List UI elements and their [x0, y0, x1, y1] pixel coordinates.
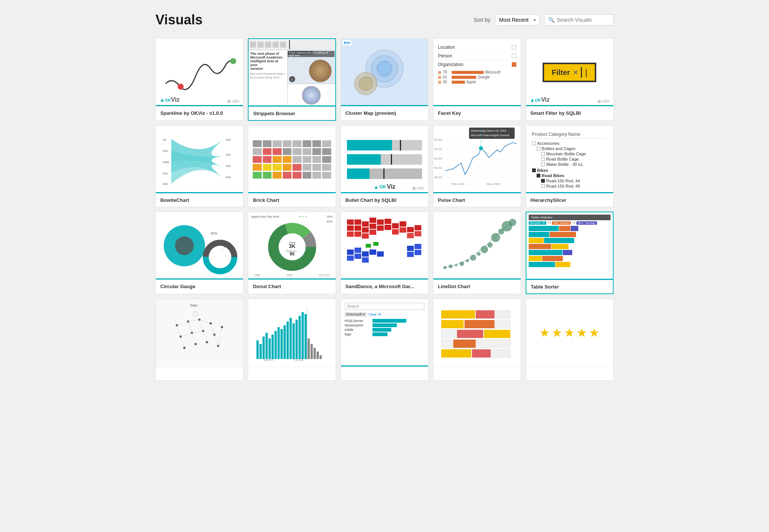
hierarchy-check-mountain: [541, 152, 545, 156]
bullet-bar-2: [347, 154, 422, 165]
ts-bar-fill-4a: [529, 244, 551, 249]
card-sanddance[interactable]: SandDance, a Microsoft Gar...: [341, 212, 428, 294]
svg-point-90: [455, 264, 457, 266]
facet-icon-apple: ▦: [438, 80, 441, 84]
svg-text:250: 250: [163, 172, 168, 175]
hierarchy-label-road-bikes: Road Bikes: [542, 173, 564, 178]
svg-rect-55: [384, 219, 391, 224]
brick-cell: [253, 156, 261, 163]
svg-rect-84: [407, 246, 414, 251]
card-sanddance-preview: [341, 212, 428, 280]
hierarchy-check-water: [541, 162, 545, 166]
brick-cell: [273, 148, 281, 155]
hierarchy-label-road150-44: Road-150 Red, 44: [546, 179, 580, 183]
header: Visuals Sort by Most Recent Trending A-Z…: [155, 12, 614, 28]
facet-label-microsoft: Microsoft: [485, 70, 501, 74]
card-hierarchy[interactable]: Product Category Name Accessories Bottle…: [526, 125, 614, 207]
searchvis-clear[interactable]: Clear All: [368, 313, 381, 316]
card-facet[interactable]: Location Person Organization ▦: [433, 38, 521, 121]
card-striped[interactable]: [433, 299, 521, 380]
card-cluster[interactable]: Emi Cluster Map (preview): [341, 38, 428, 121]
card-linedot-preview: [433, 212, 520, 280]
svg-rect-73: [369, 249, 376, 255]
svg-rect-83: [415, 231, 421, 236]
sort-select[interactable]: Most Recent Trending A-Z: [495, 14, 540, 26]
svg-point-93: [470, 255, 476, 261]
facet-location-label: Location: [438, 45, 455, 50]
card-brick[interactable]: Brick Chart: [248, 125, 336, 207]
brick-cell: [312, 148, 321, 155]
card-facet-preview: Location Person Organization ▦: [433, 39, 520, 106]
card-smartfilter[interactable]: Filter ✕ | ▲OKViz ▦ sqlbi Smart Filter b…: [526, 38, 614, 121]
facet-bar-indicator: [433, 105, 520, 106]
card-pulse[interactable]: 56.00 54.00 52.00 50.00 48.00 Feb 2016 M…: [433, 125, 521, 207]
card-timeline-label: [248, 367, 335, 380]
ts-bar-fill-7a: [529, 262, 555, 267]
facet-location-row: Location: [438, 45, 516, 52]
card-stars-preview: ★ ★ ★ ★ ★: [526, 299, 613, 367]
card-tablesorter[interactable]: Twitter Statistics @SQLBI_72 T.5 @bi_men…: [526, 212, 614, 294]
svg-rect-156: [476, 310, 495, 319]
brick-cell: [303, 172, 311, 179]
svg-rect-66: [392, 223, 399, 228]
svg-rect-74: [377, 251, 384, 257]
ts-bar-fill-1b: [559, 226, 570, 231]
card-searchvis-label: [341, 367, 428, 380]
svg-line-128: [211, 323, 214, 335]
card-bowtie[interactable]: 10 250 1050 250 200 100 200 300 400: [155, 125, 243, 207]
card-donut[interactable]: Apply Now Otty Real ● ● ● 20% Total: [248, 212, 336, 294]
svg-text:10: 10: [163, 138, 166, 141]
card-network[interactable]: Data: [155, 299, 243, 380]
smartfilter-sqlbi-logo: ▦ sqlbi: [597, 99, 609, 103]
hierarchy-bullet-road-bikes: [537, 174, 540, 177]
ts-tag-2: @bi_mention: [552, 221, 570, 225]
hierarchy-label-bottles: Bottles and Cages: [542, 146, 576, 151]
searchvis-bar: [341, 365, 428, 367]
svg-rect-161: [441, 330, 456, 338]
svg-text:Data: Data: [190, 304, 197, 307]
brick-cell: [263, 148, 271, 155]
card-brick-label: Brick Chart: [248, 193, 335, 207]
hierarchy-label-road-cage: Road Bottle Cage: [546, 157, 579, 161]
card-striped-label: [433, 367, 520, 380]
svg-rect-82: [407, 233, 414, 238]
hierarchy-check-road150-48: [541, 184, 545, 188]
svg-rect-75: [347, 255, 354, 261]
card-network-label: [156, 367, 243, 380]
svg-rect-57: [354, 225, 361, 231]
searchvis-input: Search: [345, 303, 424, 310]
page-title: Visuals: [155, 12, 202, 28]
card-circulargauge[interactable]: 60% 60% Circular Gauge: [155, 212, 243, 294]
search-input[interactable]: [557, 17, 609, 23]
stars-display: ★ ★ ★ ★ ★: [526, 299, 613, 367]
card-searchvis[interactable]: Search #microsoft ✕ Clear All #SQLServer: [341, 299, 428, 380]
searchvis-result-2: #powerpoint: [345, 323, 424, 327]
hierarchy-title: Product Category Name: [532, 132, 607, 139]
ts-bar-fill-2a: [529, 232, 549, 237]
hierarchy-check-bottles: [537, 147, 540, 150]
sparkline-bar: [156, 105, 243, 106]
card-sparkline[interactable]: ▲OKViz ▦ sqlbi Sparkline by OKViz - v1.0…: [155, 38, 243, 121]
svg-rect-65: [369, 230, 376, 235]
card-timeline[interactable]: Mon 07 Tue 08: [248, 299, 336, 380]
svg-rect-54: [377, 219, 384, 225]
card-linedot[interactable]: LineDot Chart: [433, 212, 521, 294]
card-smartfilter-preview: Filter ✕ | ▲OKViz ▦ sqlbi: [526, 39, 613, 106]
tablesorter-bar: [526, 279, 613, 280]
brick-cell: [263, 164, 271, 171]
brick-cell: [253, 164, 261, 171]
facet-bars: ▦ 78 Microsoft ▦ 61 Google ▦: [438, 70, 516, 84]
card-stars[interactable]: ★ ★ ★ ★ ★: [526, 299, 614, 380]
brick-cell: [263, 172, 271, 179]
facet-person-label: Person: [438, 53, 452, 59]
search-box[interactable]: 🔍: [544, 14, 614, 26]
facet-num-apple: 30: [443, 80, 450, 84]
svg-line-122: [181, 333, 192, 337]
card-bullet[interactable]: ▲OKViz ▦ sqlbi Bullet Chart by SQLBI: [341, 125, 428, 207]
svg-rect-79: [373, 242, 378, 246]
sort-wrapper[interactable]: Most Recent Trending A-Z: [495, 14, 540, 26]
svg-point-95: [481, 246, 488, 253]
facet-bar-google: ▦ 61 Google: [438, 75, 516, 79]
card-strippets[interactable]: The next phase ofMicrosoft Academic:inte…: [248, 38, 336, 121]
searchvis-bar-3: [372, 328, 391, 332]
